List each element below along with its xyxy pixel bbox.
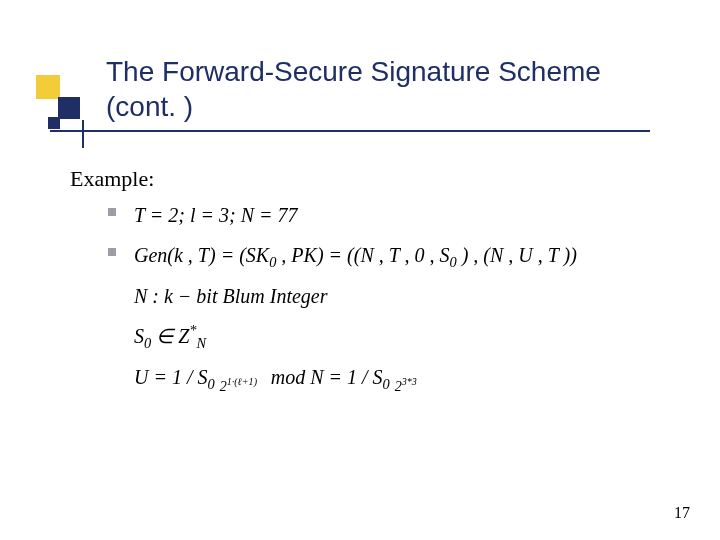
accent-square-yellow [36, 75, 60, 99]
title-line-1: The Forward-Secure Signature Scheme [106, 56, 601, 87]
eq-n-blum: N : k − bit Blum Integer [134, 285, 577, 308]
example-label: Example: [70, 166, 154, 192]
title-line-2: (cont. ) [106, 91, 193, 122]
page-number: 17 [674, 504, 690, 522]
gen-block: Gen(k , T) = (SK0 , PK) = ((N , T , 0 , … [134, 240, 577, 397]
eq-gen: Gen(k , T) = (SK0 , PK) = ((N , T , 0 , … [134, 244, 577, 271]
slide-title: The Forward-Secure Signature Scheme (con… [106, 54, 601, 124]
title-underline [50, 130, 650, 132]
eq-s0: S0 ∈ Z*N [134, 322, 577, 352]
list-item: T = 2; l = 3; N = 77 [108, 200, 577, 232]
list-item: Gen(k , T) = (SK0 , PK) = ((N , T , 0 , … [108, 240, 577, 397]
bullet-icon [108, 248, 116, 256]
blum-integer-label: Blum Integer [223, 285, 328, 307]
math-body: T = 2; l = 3; N = 77 Gen(k , T) = (SK0 ,… [108, 200, 577, 405]
accent-square-navy [58, 97, 80, 119]
title-tick [82, 120, 84, 148]
slide: The Forward-Secure Signature Scheme (con… [0, 0, 720, 540]
eq-parameters: T = 2; l = 3; N = 77 [134, 204, 297, 228]
bullet-icon [108, 208, 116, 216]
accent-square-navy-small [48, 117, 60, 129]
eq-u: U = 1 / S0 21·(ℓ+1) mod N = 1 / S0 23*3 [134, 366, 577, 393]
